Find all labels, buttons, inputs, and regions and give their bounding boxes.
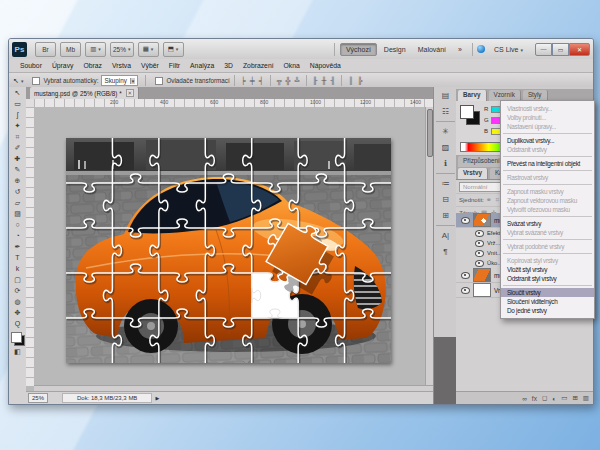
context-menu-item[interactable]: Sloučení viditelných [501, 297, 594, 306]
close-tab-icon[interactable]: ✕ [126, 89, 135, 97]
eraser-tool[interactable]: ▱ [10, 197, 25, 208]
align-icon[interactable]: ╬ [284, 77, 293, 84]
layers-footer-icon[interactable]: ◻ [542, 394, 547, 402]
menu-okna[interactable]: Okna [279, 62, 305, 69]
tab-barvy[interactable]: Barvy [458, 90, 487, 101]
align-icon[interactable]: ╢ [328, 77, 337, 84]
shape-tool[interactable]: ▢ [10, 274, 25, 285]
layers-footer-icon[interactable]: ∞ [522, 395, 527, 402]
visibility-eye-icon[interactable] [461, 287, 470, 294]
visibility-eye-icon[interactable] [475, 240, 484, 247]
tab-vrstvy[interactable]: Vrstvy [458, 168, 488, 179]
layers-footer-icon[interactable]: fx [532, 395, 537, 402]
workspace-výchozí[interactable]: Výchozí [340, 43, 377, 56]
quick-selection-tool[interactable]: ✦ [10, 120, 25, 131]
context-menu-item[interactable]: Svázat vrstvy [501, 219, 594, 228]
arrange-documents-button[interactable]: ▦ [138, 42, 159, 57]
dock-panel-icon[interactable]: ⊞ [437, 208, 454, 223]
zoom-level-dropdown[interactable]: 25% [110, 42, 134, 57]
align-icon[interactable]: ╞ [239, 77, 248, 84]
workspace-overflow-button[interactable]: » [453, 44, 467, 55]
layers-footer-icon[interactable]: ▭ [561, 394, 567, 402]
path-selection-tool[interactable]: k [10, 263, 25, 274]
dodge-tool[interactable]: ◔ [10, 230, 25, 241]
dock-panel-icon[interactable]: ▨ [437, 140, 454, 155]
transform-controls-checkbox[interactable] [155, 77, 163, 85]
cs-live-button[interactable]: CS Live [489, 44, 528, 55]
eyedropper-tool[interactable]: ✐ [10, 142, 25, 153]
menu-filtr[interactable]: Filtr [164, 62, 185, 69]
visibility-eye-icon[interactable] [461, 217, 470, 224]
hand-tool[interactable]: ✥ [10, 307, 25, 318]
layers-footer-icon[interactable]: ⊞ [572, 394, 577, 402]
3d-orbit-tool[interactable]: ◍ [10, 296, 25, 307]
align-icon[interactable]: ╪ [248, 77, 257, 84]
context-menu-item[interactable]: Do jedné vrstvy [501, 306, 594, 315]
restore-button[interactable]: ▭ [552, 43, 569, 56]
dock-panel-icon[interactable]: ¶ [437, 244, 454, 259]
crop-tool[interactable]: ⌗ [10, 131, 25, 142]
visibility-eye-icon[interactable] [475, 250, 484, 257]
dock-panel-icon[interactable]: ▤ [437, 88, 454, 103]
context-menu-item[interactable]: Odstranit styl vrstvy [501, 274, 594, 283]
brush-tool[interactable]: ✎ [10, 164, 25, 175]
visibility-eye-icon[interactable] [461, 272, 470, 279]
history-brush-tool[interactable]: ↺ [10, 186, 25, 197]
context-menu-item[interactable]: Duplikovat vrstvy... [501, 136, 594, 145]
view-extras-button[interactable]: ▥ [85, 42, 106, 57]
menu-výběr[interactable]: Výběr [136, 62, 164, 69]
clone-stamp-tool[interactable]: ⊕ [10, 175, 25, 186]
gradient-tool[interactable]: ▨ [10, 208, 25, 219]
color-swatches[interactable] [11, 332, 25, 346]
dock-panel-icon[interactable]: ≔ [437, 176, 454, 191]
align-icon[interactable]: ╫ [320, 77, 329, 84]
context-menu-item[interactable]: Vložit styl vrstvy [501, 265, 594, 274]
dock-panel-icon[interactable]: ✳ [437, 124, 454, 139]
screen-mode-button[interactable]: ⬒ [163, 42, 184, 57]
align-icon[interactable]: ╠ [355, 77, 364, 84]
lasso-tool[interactable]: ʃ [10, 109, 25, 120]
dock-panel-icon[interactable]: ⊟ [437, 192, 454, 207]
3d-rotate-tool[interactable]: ⟳ [10, 285, 25, 296]
menu-3d[interactable]: 3D [219, 62, 238, 69]
align-icon[interactable]: ║ [346, 77, 355, 84]
layers-footer-icon[interactable]: ◐ [552, 395, 556, 402]
unify-icon[interactable]: ⚭ [486, 196, 491, 203]
menu-zobrazení[interactable]: Zobrazení [238, 62, 279, 69]
status-options-arrow[interactable]: ▶ [155, 395, 159, 401]
tool-preset-icon[interactable]: ↖ [13, 77, 23, 85]
workspace-malování[interactable]: Malování [413, 44, 451, 55]
visibility-eye-icon[interactable] [475, 260, 484, 267]
unify-icon[interactable]: ⌗ [495, 196, 499, 203]
quick-mask-button[interactable]: ◧ [10, 346, 25, 357]
move-tool[interactable]: ↖ [10, 87, 25, 98]
document-image[interactable] [66, 138, 391, 363]
align-icon[interactable]: ╡ [257, 77, 266, 84]
dock-panel-icon[interactable]: ☷ [437, 104, 454, 119]
dock-panel-icon[interactable]: A| [437, 228, 454, 243]
document-tab[interactable]: mustang.psd @ 25% (RGB/8) * ✕ [30, 87, 139, 99]
type-tool[interactable]: T [10, 252, 25, 263]
minimize-button[interactable]: — [535, 43, 552, 56]
mini-bridge-button[interactable]: Mb [60, 42, 81, 57]
align-icon[interactable]: ╩ [293, 77, 302, 84]
status-zoom-field[interactable]: 25% [28, 393, 48, 403]
align-icon[interactable]: ╦ [275, 77, 284, 84]
menu-vrstva[interactable]: Vrstva [107, 62, 136, 69]
zoom-tool[interactable]: Q [10, 318, 25, 329]
visibility-eye-icon[interactable] [475, 230, 484, 237]
menu-obraz[interactable]: Obraz [78, 62, 107, 69]
dock-panel-icon[interactable]: ℹ [437, 156, 454, 171]
close-button[interactable]: ✕ [569, 43, 590, 56]
group-select-dropdown[interactable]: Skupiny ▾ [101, 75, 138, 86]
panel-color-swatches[interactable] [460, 105, 480, 125]
foreground-color-swatch[interactable] [11, 332, 22, 343]
context-menu-item[interactable]: Převést na inteligentní objekt [501, 159, 594, 168]
context-menu-item[interactable]: Sloučit vrstvy [501, 288, 594, 297]
bridge-button[interactable]: Br [35, 42, 56, 57]
vertical-scrollbar[interactable] [425, 107, 433, 386]
menu-soubor[interactable]: Soubor [15, 62, 47, 69]
menu-analýza[interactable]: Analýza [185, 62, 219, 69]
auto-select-checkbox[interactable] [32, 77, 40, 85]
healing-brush-tool[interactable]: ✚ [10, 153, 25, 164]
